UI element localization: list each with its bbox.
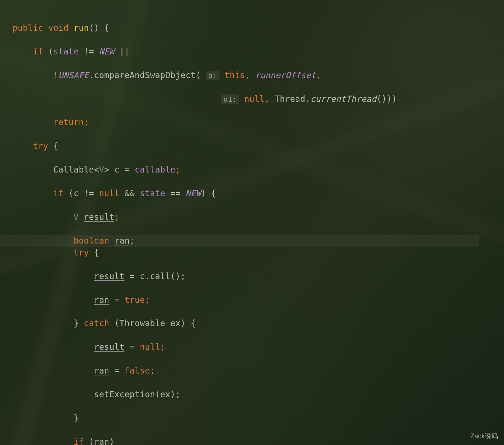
var-result: result — [94, 271, 124, 281]
generic-v: V — [74, 212, 79, 222]
keyword-void: void — [48, 23, 68, 33]
keyword-this: this — [225, 70, 245, 80]
field-state: state — [53, 47, 79, 56]
code-line-7: Callable<V> c = callable; — [13, 164, 491, 176]
keyword-try: try — [33, 141, 48, 151]
code-line-3: !UNSAFE.compareAndSwapObject( o: this, r… — [13, 70, 491, 81]
code-line-18: } — [13, 412, 491, 424]
keyword-null: null — [244, 94, 265, 104]
keyword-return: return — [53, 117, 84, 127]
field-callable: callable — [135, 165, 175, 174]
var-ran: ran — [114, 236, 130, 245]
var-ran: ran — [94, 295, 109, 305]
var-result: result — [94, 342, 124, 352]
code-line-4: o1: null, Thread.currentThread())) — [13, 93, 491, 105]
code-line-5: return; — [13, 117, 491, 128]
field-state: state — [140, 188, 165, 198]
type-throwable: Throwable — [120, 318, 165, 328]
var-ran: ran — [94, 366, 109, 375]
const-new: NEW — [99, 47, 114, 56]
keyword-if: if — [74, 437, 84, 445]
method-call: call — [150, 271, 170, 281]
keyword-null: null — [140, 342, 160, 352]
code-line-9: V result; — [13, 211, 491, 223]
code-line-17: setException(ex); — [13, 389, 491, 401]
keyword-false: false — [124, 366, 150, 375]
keyword-try: try — [74, 248, 89, 257]
method-run: run — [74, 23, 89, 33]
code-editor[interactable]: public void run() { if (state != NEW || … — [0, 0, 504, 445]
class-thread: Thread — [275, 94, 305, 104]
generic-v: V — [99, 165, 104, 174]
code-line-11: try { — [13, 247, 491, 259]
code-line-19: if (ran) — [13, 436, 491, 445]
code-line-10-highlighted: boolean ran; — [0, 235, 479, 247]
keyword-if: if — [33, 47, 43, 56]
keyword-public: public — [13, 23, 43, 33]
keyword-catch: catch — [84, 318, 109, 328]
keyword-null: null — [99, 188, 120, 198]
code-line-12: result = c.call(); — [13, 271, 491, 282]
param-hint-o: o: — [206, 71, 219, 80]
code-line-15: result = null; — [13, 341, 491, 353]
var-result: result — [84, 212, 114, 222]
const-new: NEW — [185, 188, 201, 198]
keyword-boolean: boolean — [74, 236, 109, 245]
var-ran: ran — [94, 437, 109, 445]
code-line-2: if (state != NEW || — [13, 46, 491, 58]
method-setexception: setException — [94, 389, 155, 399]
watermark: Zack说码 — [470, 432, 498, 441]
field-unsafe: UNSAFE — [58, 70, 89, 80]
param-hint-o1: o1: — [221, 94, 239, 104]
code-line-13: ran = true; — [13, 294, 491, 306]
code-line-8: if (c != null && state == NEW) { — [13, 188, 491, 200]
code-line-6: try { — [13, 140, 491, 152]
keyword-true: true — [124, 295, 145, 305]
method-currentthread: currentThread — [310, 94, 377, 104]
method-cas: compareAndSwapObject — [94, 70, 196, 80]
code-line-1: public void run() { — [13, 22, 491, 34]
code-line-16: ran = false; — [13, 365, 491, 377]
type-callable: Callable — [53, 165, 94, 174]
param-runneroffset: runnerOffset — [255, 70, 316, 80]
keyword-if: if — [53, 188, 64, 198]
code-line-14: } catch (Throwable ex) { — [13, 318, 491, 329]
